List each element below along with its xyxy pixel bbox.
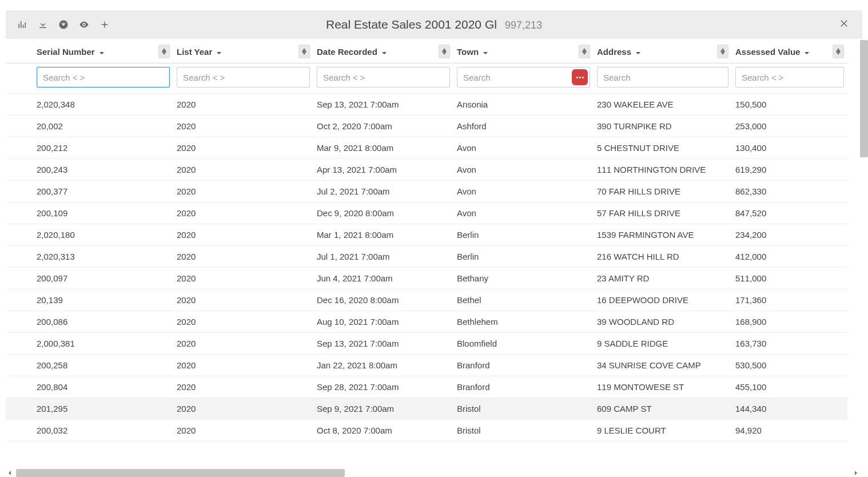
download-icon[interactable] — [37, 18, 49, 31]
cell-year: 2020 — [173, 355, 313, 376]
table-row[interactable]: 200,2582020Jan 22, 2021 8:00amBranford34… — [6, 355, 847, 376]
update-icon[interactable] — [57, 18, 70, 31]
filter-picker-button[interactable] — [572, 69, 588, 85]
table-row[interactable]: 20,0022020Oct 2, 2020 7:00amAshford390 T… — [6, 116, 847, 137]
table-row[interactable]: 200,0862020Aug 10, 2021 7:00amBethlehem3… — [6, 311, 847, 333]
table-row[interactable]: 2,020,3132020Jul 1, 2021 7:00amBerlin216… — [6, 246, 847, 268]
dataset-title: Real Estate Sales 2001 2020 Gl — [326, 18, 497, 31]
horizontal-scrollbar-thumb[interactable] — [16, 469, 345, 477]
filter-input[interactable] — [317, 67, 450, 88]
table-row[interactable]: 2,000,3812020Sep 13, 2021 7:00amBloomfie… — [6, 333, 847, 355]
sort-toggle[interactable] — [717, 45, 728, 58]
eye-icon[interactable] — [78, 18, 90, 31]
cell-year: 2020 — [173, 376, 313, 398]
column-text: Date Recorded — [317, 47, 377, 57]
close-icon[interactable] — [839, 18, 850, 31]
table-row[interactable]: 20,1392020Dec 16, 2020 8:00amBethel16 DE… — [6, 289, 847, 311]
sort-toggle[interactable] — [833, 45, 844, 58]
filter-input[interactable] — [457, 67, 590, 88]
column-label[interactable]: Assessed Value — [735, 47, 809, 57]
cell-serial: 20,139 — [33, 289, 173, 311]
scroll-left-arrow[interactable] — [6, 469, 14, 477]
cell-assessed: 94,920 — [732, 420, 847, 442]
cell-serial: 200,097 — [33, 268, 173, 289]
cell-serial: 200,243 — [33, 159, 173, 181]
table-row[interactable]: 200,1092020Dec 9, 2020 8:00amAvon57 FAR … — [6, 202, 847, 224]
cell-year: 2020 — [173, 181, 313, 202]
cell-town: Bloomfield — [453, 333, 594, 355]
cell-address: 230 WAKELEE AVE — [594, 94, 732, 116]
table-row[interactable]: 2,020,3482020Sep 13, 2021 7:00amAnsonia2… — [6, 94, 847, 116]
cell-year: 2020 — [173, 94, 313, 116]
cell-date: Mar 1, 2021 8:00am — [313, 224, 453, 246]
cell-address: 119 MONTOWESE ST — [594, 376, 732, 398]
table-row[interactable]: 200,2122020Mar 9, 2021 8:00amAvon5 CHEST… — [6, 137, 847, 159]
column-header[interactable]: Date Recorded — [313, 39, 453, 63]
table-row[interactable]: 201,2952020Sep 9, 2021 7:00amBristol609 … — [6, 398, 847, 420]
cell-year: 2020 — [173, 202, 313, 224]
cell-town: Bethany — [453, 268, 594, 289]
filter-input[interactable] — [177, 67, 310, 88]
cell-town: Berlin — [453, 246, 594, 268]
table-row[interactable]: 200,0322020Oct 8, 2020 7:00amBristol9 LE… — [6, 420, 847, 442]
filter-input[interactable] — [37, 67, 170, 88]
cell-town: Bethel — [453, 289, 594, 311]
cell-town: Branford — [453, 355, 594, 376]
cell-year: 2020 — [173, 398, 313, 420]
title-wrap: Real Estate Sales 2001 2020 Gl 997,213 — [6, 18, 862, 31]
column-header[interactable]: Town — [453, 39, 594, 63]
column-text: Address — [597, 47, 631, 57]
cell-address: 16 DEEPWOOD DRIVE — [594, 289, 732, 311]
filter-input[interactable] — [735, 67, 844, 88]
table-row[interactable]: 200,3772020Jul 2, 2021 7:00amAvon70 FAR … — [6, 181, 847, 202]
column-label[interactable]: Date Recorded — [317, 47, 387, 57]
column-label[interactable]: Address — [597, 47, 640, 57]
table-row[interactable]: 200,2432020Apr 13, 2021 7:00amAvon111 NO… — [6, 159, 847, 181]
cell-assessed: 171,360 — [732, 289, 847, 311]
column-text: Serial Number — [37, 47, 95, 57]
column-label[interactable]: List Year — [177, 47, 221, 57]
data-grid[interactable]: Serial NumberList YearDate RecordedTownA… — [6, 39, 862, 467]
cell-assessed: 234,200 — [732, 224, 847, 246]
cell-town: Ansonia — [453, 94, 594, 116]
vertical-scrollbar-thumb[interactable] — [860, 40, 868, 157]
record-count: 997,213 — [505, 19, 542, 31]
cell-serial: 200,212 — [33, 137, 173, 159]
cell-date: Mar 9, 2021 8:00am — [313, 137, 453, 159]
filter-input[interactable] — [597, 67, 728, 88]
add-icon[interactable] — [98, 18, 111, 31]
column-header[interactable]: List Year — [173, 39, 313, 63]
cell-year: 2020 — [173, 333, 313, 355]
cell-assessed: 862,330 — [732, 181, 847, 202]
cell-address: 34 SUNRISE COVE CAMP — [594, 355, 732, 376]
table-row[interactable]: 200,0972020Jun 4, 2021 7:00amBethany23 A… — [6, 268, 847, 289]
cell-serial: 200,377 — [33, 181, 173, 202]
chart-icon[interactable] — [16, 18, 29, 31]
table-row[interactable]: 200,8042020Sep 28, 2021 7:00amBranford11… — [6, 376, 847, 398]
sort-toggle[interactable] — [579, 45, 590, 58]
column-header[interactable]: Address — [594, 39, 732, 63]
table-row[interactable]: 2,020,1802020Mar 1, 2021 8:00amBerlin153… — [6, 224, 847, 246]
cell-town: Avon — [453, 159, 594, 181]
scroll-right-arrow[interactable] — [852, 469, 860, 477]
data-table: Serial NumberList YearDate RecordedTownA… — [6, 39, 847, 442]
cell-serial: 20,002 — [33, 116, 173, 137]
cell-assessed: 150,500 — [732, 94, 847, 116]
column-header[interactable]: Assessed Value — [732, 39, 847, 63]
sort-toggle[interactable] — [439, 45, 450, 58]
cell-assessed: 619,290 — [732, 159, 847, 181]
column-label[interactable]: Town — [457, 47, 488, 57]
column-label[interactable]: Serial Number — [37, 47, 104, 57]
sort-toggle[interactable] — [298, 45, 310, 58]
chevron-down-icon — [635, 49, 640, 54]
chevron-down-icon — [482, 49, 488, 54]
column-header[interactable]: Serial Number — [33, 39, 173, 63]
cell-date: Jul 2, 2021 7:00am — [313, 181, 453, 202]
sort-toggle[interactable] — [158, 45, 170, 58]
cell-date: Jan 22, 2021 8:00am — [313, 355, 453, 376]
cell-town: Bethlehem — [453, 311, 594, 333]
cell-address: 57 FAR HILLS DRIVE — [594, 202, 732, 224]
cell-address: 23 AMITY RD — [594, 268, 732, 289]
cell-date: Dec 16, 2020 8:00am — [313, 289, 453, 311]
chevron-down-icon — [381, 49, 387, 54]
